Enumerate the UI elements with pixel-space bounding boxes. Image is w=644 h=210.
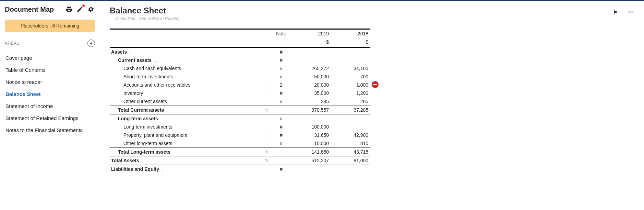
- page-subtitle: (Unaudited - See Notice to Reader): [115, 16, 612, 21]
- row-value-year1: 100,000: [291, 123, 331, 131]
- sidebar-item-5[interactable]: Statement of Retained Earnings: [5, 112, 95, 124]
- row-value-year1: [291, 114, 331, 123]
- row-note: #: [271, 73, 291, 81]
- table-row[interactable]: Inventory⌄#35,0001,200: [110, 89, 370, 97]
- col-header-year2: 2018: [331, 29, 370, 38]
- row-value-year2: 1,000: [331, 81, 370, 89]
- row-note: #: [271, 139, 291, 148]
- row-label: Total Assets: [110, 156, 261, 165]
- nav-list: Cover pageTable of ContentsNotice to rea…: [5, 52, 95, 136]
- row-value-year1: 10,000: [291, 139, 331, 148]
- balance-sheet-table: Note 2019 2018 $ $ Assets⌄#Current asset…: [110, 29, 370, 173]
- sidebar-item-1[interactable]: Table of Contents: [5, 64, 95, 76]
- row-label: Long-term assets⌄: [110, 114, 261, 123]
- table-row[interactable]: Long-term assets⌄#: [110, 114, 370, 123]
- chevron-down-icon[interactable]: ⌄: [129, 51, 132, 54]
- row-label: Short-term investments: [110, 73, 261, 81]
- row-label: Accounts and other receivables: [110, 81, 261, 89]
- row-value-year1: [291, 56, 331, 64]
- refresh-icon[interactable]: ↻: [265, 108, 269, 113]
- row-label: Long-term investments: [110, 123, 261, 131]
- table-row[interactable]: Other long-term assets#10,000815: [110, 139, 370, 148]
- placeholders-pill[interactable]: Placeholders : 6 Remaining: [5, 20, 95, 32]
- svg-point-2: [632, 11, 633, 12]
- row-label: Cash and cash equivalents: [110, 64, 261, 73]
- areas-header: AREAS +: [5, 40, 95, 47]
- chevron-down-icon[interactable]: ⌄: [261, 89, 271, 97]
- row-label: Current assets⌄: [110, 56, 261, 64]
- row-note: #: [271, 56, 291, 64]
- settings-icon[interactable]: [87, 5, 95, 13]
- table-row[interactable]: Total Assets↻512,20781,000: [110, 156, 370, 165]
- sidebar-item-0[interactable]: Cover page: [5, 52, 95, 64]
- row-note: #: [271, 165, 291, 174]
- row-note: [271, 148, 291, 156]
- table-row[interactable]: Assets⌄#: [110, 47, 370, 56]
- sidebar-header: Document Map: [5, 5, 95, 13]
- table-row[interactable]: Short-term investments#50,000700: [110, 73, 370, 81]
- row-value-year2: [331, 114, 370, 123]
- row-note: #: [271, 131, 291, 139]
- row-value-year2: 34,100: [331, 64, 370, 73]
- refresh-icon[interactable]: ↻: [265, 158, 269, 163]
- table-row[interactable]: Accounts and other receivables⌄220,0001,…: [110, 81, 370, 89]
- table-row[interactable]: Other current assets#285285: [110, 97, 370, 106]
- add-area-button[interactable]: +: [87, 40, 95, 47]
- row-value-year1: [291, 47, 331, 56]
- sidebar-title: Document Map: [5, 5, 62, 13]
- row-value-year1: 265,272: [291, 64, 331, 73]
- sidebar: Document Map Placeholders : 6 Remaining …: [0, 1, 100, 210]
- table-row[interactable]: Liabilities and Equity⌄#: [110, 165, 370, 174]
- more-icon[interactable]: [628, 9, 634, 15]
- col-currency-2: $: [331, 38, 370, 47]
- table-row[interactable]: Total Current assets↻370,55737,285: [110, 106, 370, 114]
- row-value-year2: 43,715: [331, 148, 370, 156]
- row-label: Property, plant and equipment: [110, 131, 261, 139]
- table-row[interactable]: Total Long-term assets↻141,65043,715: [110, 148, 370, 156]
- areas-label: AREAS: [5, 41, 20, 46]
- row-note: #: [271, 123, 291, 131]
- row-value-year1: 285: [291, 97, 331, 106]
- chevron-down-icon[interactable]: ⌄: [261, 131, 271, 139]
- svg-point-1: [630, 11, 631, 12]
- row-label: Liabilities and Equity⌄: [110, 165, 261, 174]
- chevron-down-icon[interactable]: ⌄: [161, 168, 164, 172]
- row-value-year1: 512,207: [291, 156, 331, 165]
- row-value-year2: 700: [331, 73, 370, 81]
- row-value-year2: 42,900: [331, 131, 370, 139]
- refresh-icon[interactable]: ↻: [265, 150, 269, 155]
- table-row[interactable]: Long-term investments#100,000: [110, 123, 370, 131]
- row-label: Total Long-term assets: [110, 148, 261, 156]
- sidebar-item-4[interactable]: Statement of Income: [5, 100, 95, 112]
- row-value-year2: 1,200: [331, 89, 370, 97]
- table-row[interactable]: Property, plant and equipment⌄#31,65042,…: [110, 131, 370, 139]
- row-note: #: [271, 47, 291, 56]
- row-value-year2: [331, 123, 370, 131]
- row-value-year1: 141,650: [291, 148, 331, 156]
- table-row[interactable]: Current assets⌄#: [110, 56, 370, 64]
- row-value-year1: 20,000: [291, 81, 331, 89]
- minus-badge-icon[interactable]: [372, 81, 379, 88]
- chevron-down-icon[interactable]: ⌄: [154, 59, 156, 63]
- row-note: #: [271, 64, 291, 73]
- row-value-year1: 50,000: [291, 73, 331, 81]
- edit-icon[interactable]: [76, 5, 84, 13]
- main-header: Balance Sheet (Unaudited - See Notice to…: [110, 6, 634, 21]
- flag-icon[interactable]: [612, 9, 619, 15]
- row-value-year2: 815: [331, 139, 370, 148]
- table-row[interactable]: Cash and cash equivalents#265,27234,100: [110, 64, 370, 73]
- row-note: #: [271, 89, 291, 97]
- chevron-down-icon[interactable]: ⌄: [261, 81, 271, 89]
- print-icon[interactable]: [65, 5, 73, 13]
- row-value-year1: [291, 165, 331, 174]
- row-value-year2: 285: [331, 97, 370, 106]
- row-value-year2: 37,285: [331, 106, 370, 114]
- chevron-down-icon[interactable]: ⌄: [160, 117, 163, 121]
- row-value-year2: [331, 47, 370, 56]
- sidebar-item-2[interactable]: Notice to reader: [5, 76, 95, 88]
- sidebar-item-6[interactable]: Notes to the Financial Statements: [5, 124, 95, 136]
- row-note: [271, 106, 291, 114]
- sidebar-item-3[interactable]: Balance Sheet: [5, 88, 95, 100]
- svg-point-0: [629, 11, 630, 12]
- col-header-year1: 2019: [291, 29, 331, 38]
